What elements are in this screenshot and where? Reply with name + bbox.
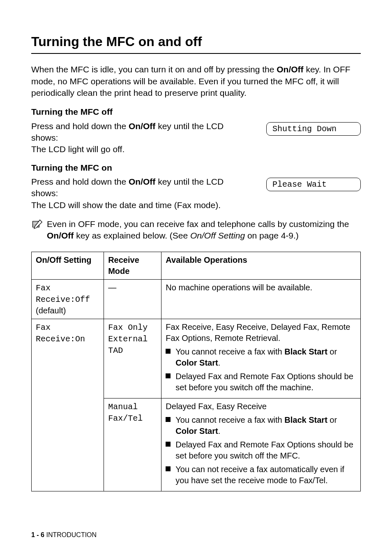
cell-mode-manual: Manual Fax/Tel [104,398,161,491]
footer-section: INTRODUCTION [44,531,97,538]
note-a: Even in OFF mode, you can receive fax an… [47,219,349,229]
off-text-b: On/Off [129,121,155,131]
square-bullet-icon [166,417,171,422]
list-item: You cannot receive a fax with Black Star… [166,415,356,437]
page-footer: 1 - 6 INTRODUCTION [31,531,97,540]
li-text: or [327,415,337,424]
li-text: . [218,358,221,367]
cell-ops-faxonly: Fax Receive, Easy Receive, Delayed Fax, … [161,319,361,398]
cell-ops-manual: Delayed Fax, Easy Receive You cannot rec… [161,398,361,491]
footer-page: 1 - 6 [31,531,44,538]
table-row: Fax Receive:On Fax Only External TAD Fax… [32,319,361,398]
note-b: On/Off [47,231,74,240]
cell-setting-on: Fax Receive:On [32,319,104,491]
note-icon [31,219,43,234]
setting-on-mono: Fax Receive:On [36,323,85,344]
note-c: key as explained below. (See [74,231,190,240]
off-text-a: Press and hold down the [31,121,129,131]
square-bullet-icon [166,373,171,378]
th-ops: Available Operations [161,252,361,279]
section-on-row: Press and hold down the On/Off key until… [31,176,361,199]
ops-intro-2: Fax Receive, Easy Receive, Delayed Fax, … [166,322,350,343]
square-bullet-icon [166,349,171,354]
li-text-bold: Black Start [284,347,327,356]
li-text: Delayed Fax and Remote Fax Options shoul… [175,439,356,461]
li-text-bold: Black Start [284,415,327,424]
li-text: You cannot receive a fax with [175,347,284,356]
table-row: Fax Receive:Off (default) — No machine o… [32,279,361,319]
note-text: Even in OFF mode, you can receive fax an… [47,218,361,242]
th-setting: On/Off Setting [32,252,104,279]
list-item: You can not receive a fax automatically … [166,464,356,486]
intro-paragraph: When the MFC is idle, you can turn it on… [31,64,361,99]
cell-setting-off: Fax Receive:Off (default) [32,279,104,319]
note-e: on page 4-9.) [245,231,299,240]
section-off-instruction: Press and hold down the On/Off key until… [31,120,250,144]
li-text: . [218,426,221,436]
li-text: or [327,347,337,356]
settings-table: On/Off Setting Receive Mode Available Op… [31,252,361,491]
list-item: Delayed Fax and Remote Fax Options shoul… [166,439,356,461]
setting-off-mono: Fax Receive:Off [36,283,90,304]
li-text-bold: Color Start [175,426,218,436]
ops-intro-3: Delayed Fax, Easy Receive [166,402,267,411]
section-off-row: Press and hold down the On/Off key until… [31,120,361,144]
lcd-display-on: Please Wait [266,178,361,191]
section-off-after: The LCD light will go off. [31,144,361,155]
section-on-title: Turning the MFC on [31,162,361,174]
on-text-a: Press and hold down the [31,177,129,186]
section-on-after: The LCD will show the date and time (Fax… [31,199,361,211]
lcd-display-off: Shutting Down [266,122,361,136]
cell-mode-faxonly: Fax Only External TAD [104,319,161,398]
list-item: You cannot receive a fax with Black Star… [166,346,356,368]
square-bullet-icon [166,442,171,447]
note-d: On/Off Setting [190,231,245,240]
intro-text-b: On/Off [277,65,303,74]
section-on-instruction: Press and hold down the On/Off key until… [31,176,250,199]
mode-faxtel: Fax/Tel [108,414,143,423]
page-heading: Turning the MFC on and off [31,33,361,54]
th-mode: Receive Mode [104,252,161,279]
cell-ops-off: No machine operations will be available. [161,279,361,319]
note-block: Even in OFF mode, you can receive fax an… [31,218,361,242]
li-text-bold: Color Start [175,358,218,367]
on-text-b: On/Off [129,177,155,186]
intro-text-a: When the MFC is idle, you can turn it on… [31,65,277,74]
li-text: You can not receive a fax automatically … [175,464,356,486]
setting-off-default: (default) [36,306,66,315]
li-text: Delayed Fax and Remote Fax Options shoul… [175,371,356,393]
section-off-title: Turning the MFC off [31,106,361,118]
mode-faxonly: Fax Only [108,323,148,332]
li-text: You cannot receive a fax with [175,415,284,424]
cell-mode-off: — [104,279,161,319]
list-item: Delayed Fax and Remote Fax Options shoul… [166,371,356,393]
mode-externaltad: External TAD [108,334,148,355]
mode-manual: Manual [108,402,138,412]
square-bullet-icon [166,466,171,471]
